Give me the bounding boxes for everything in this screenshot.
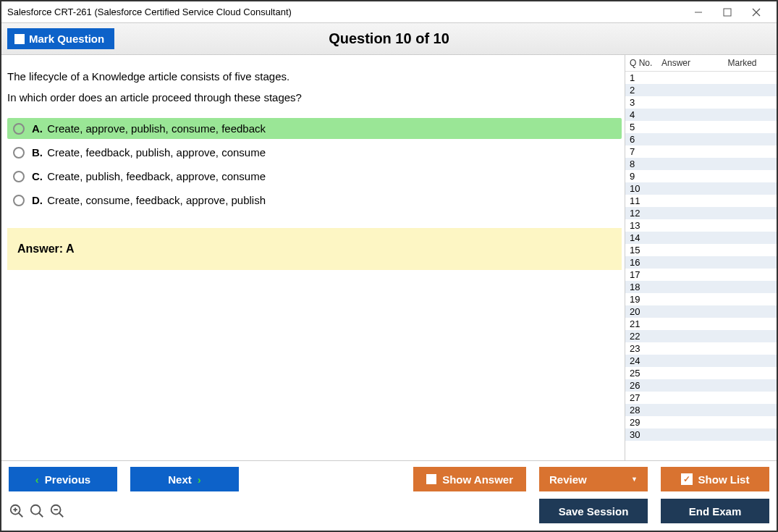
review-dropdown[interactable]: Review ▼ <box>539 467 648 491</box>
question-list-row[interactable]: 2 <box>625 84 777 96</box>
question-list-row[interactable]: 27 <box>625 392 777 404</box>
show-list-label: Show List <box>698 473 750 486</box>
mark-question-label: Mark Question <box>29 33 104 45</box>
show-list-button[interactable]: ✓ Show List <box>661 467 769 491</box>
question-list-panel: Q No. Answer Marked 12345678910111213141… <box>625 55 777 460</box>
qno-cell: 15 <box>630 245 661 256</box>
chevron-right-icon: › <box>198 473 201 486</box>
question-list-row[interactable]: 7 <box>625 145 777 158</box>
zoom-out-icon <box>49 503 65 519</box>
question-list-row[interactable]: 28 <box>625 404 777 416</box>
question-list-row[interactable]: 18 <box>625 281 777 293</box>
option-row-B[interactable]: B. Create, feedback, publish, approve, c… <box>7 142 622 163</box>
answer-label: Answer: A <box>17 242 75 255</box>
body: The lifecycle of a Knowledge article con… <box>1 55 777 460</box>
footer-row-1: ‹ Previous Next › Show Answer Review ▼ ✓… <box>9 467 769 491</box>
question-list-row[interactable]: 6 <box>625 133 777 145</box>
qno-cell: 7 <box>630 146 661 157</box>
end-exam-button[interactable]: End Exam <box>661 499 769 523</box>
question-list-row[interactable]: 29 <box>625 416 777 428</box>
qno-cell: 4 <box>630 109 661 120</box>
qno-cell: 3 <box>630 97 661 108</box>
question-list-row[interactable]: 22 <box>625 330 777 342</box>
save-session-button[interactable]: Save Session <box>539 499 648 523</box>
question-list-row[interactable]: 15 <box>625 244 777 256</box>
option-row-D[interactable]: D. Create, consume, feedback, approve, p… <box>7 190 622 211</box>
question-list-row[interactable]: 10 <box>625 182 777 195</box>
qno-cell: 24 <box>630 355 661 366</box>
question-list-row[interactable]: 19 <box>625 293 777 305</box>
question-list-row[interactable]: 3 <box>625 96 777 109</box>
checkbox-icon <box>14 34 25 44</box>
question-line-2: In which order does an article proceed t… <box>7 88 622 109</box>
question-list-row[interactable]: 26 <box>625 379 777 392</box>
zoom-reset-button[interactable] <box>29 503 45 519</box>
option-row-C[interactable]: C. Create, publish, feedback, approve, c… <box>7 166 622 187</box>
qno-cell: 16 <box>630 257 661 268</box>
question-list-row[interactable]: 1 <box>625 72 777 84</box>
close-button[interactable] <box>742 2 771 22</box>
question-list-row[interactable]: 25 <box>625 367 777 379</box>
question-list-row[interactable]: 13 <box>625 219 777 232</box>
qno-cell: 9 <box>630 171 661 182</box>
question-list-row[interactable]: 21 <box>625 318 777 330</box>
minimize-button[interactable] <box>684 2 713 22</box>
end-exam-label: End Exam <box>689 505 742 518</box>
question-list-row[interactable]: 23 <box>625 342 777 355</box>
radio-icon <box>13 195 25 206</box>
app-window: Salesforce CRT-261 (Salesforce Certified… <box>0 0 778 532</box>
col-qno: Q No. <box>630 58 661 68</box>
svg-rect-1 <box>724 9 731 16</box>
question-list-row[interactable]: 16 <box>625 256 777 269</box>
question-list-row[interactable]: 8 <box>625 158 777 170</box>
qno-cell: 6 <box>630 134 661 145</box>
close-icon <box>752 8 761 17</box>
question-list-row[interactable]: 17 <box>625 269 777 281</box>
col-marked: Marked <box>712 58 772 68</box>
question-list-row[interactable]: 30 <box>625 428 777 441</box>
next-button[interactable]: Next › <box>130 467 239 491</box>
header-bar: Mark Question Question 10 of 10 <box>1 23 777 55</box>
qno-cell: 13 <box>630 220 661 231</box>
maximize-icon <box>723 8 732 17</box>
qno-cell: 29 <box>630 417 661 428</box>
question-list-row[interactable]: 5 <box>625 121 777 133</box>
svg-line-9 <box>39 513 43 518</box>
qno-cell: 25 <box>630 368 661 379</box>
zoom-out-button[interactable] <box>49 503 65 519</box>
question-list-row[interactable]: 11 <box>625 195 777 207</box>
question-counter: Question 10 of 10 <box>329 30 449 47</box>
footer-row-2: Save Session End Exam <box>9 499 769 523</box>
question-list-row[interactable]: 12 <box>625 207 777 219</box>
qno-cell: 27 <box>630 392 661 403</box>
save-session-label: Save Session <box>559 505 629 518</box>
question-list-row[interactable]: 4 <box>625 109 777 121</box>
question-list-row[interactable]: 9 <box>625 170 777 182</box>
question-list-header: Q No. Answer Marked <box>625 55 777 72</box>
qno-cell: 20 <box>630 306 661 317</box>
option-text: B. Create, feedback, publish, approve, c… <box>32 146 266 159</box>
show-answer-label: Show Answer <box>442 473 513 486</box>
title-bar: Salesforce CRT-261 (Salesforce Certified… <box>1 1 777 23</box>
option-row-A[interactable]: A. Create, approve, publish, consume, fe… <box>7 118 622 139</box>
mark-question-button[interactable]: Mark Question <box>7 28 114 49</box>
question-list-row[interactable]: 24 <box>625 355 777 367</box>
previous-button[interactable]: ‹ Previous <box>9 467 117 491</box>
svg-point-8 <box>31 505 41 515</box>
qno-cell: 1 <box>630 72 661 83</box>
question-list-row[interactable]: 14 <box>625 232 777 244</box>
next-label: Next <box>168 473 192 486</box>
show-answer-button[interactable]: Show Answer <box>413 467 526 491</box>
answer-box: Answer: A <box>7 228 622 270</box>
footer: ‹ Previous Next › Show Answer Review ▼ ✓… <box>1 460 777 531</box>
question-panel: The lifecycle of a Knowledge article con… <box>1 55 625 460</box>
maximize-button[interactable] <box>713 2 742 22</box>
qno-cell: 17 <box>630 269 661 280</box>
question-text: The lifecycle of a Knowledge article con… <box>7 67 622 108</box>
question-list-row[interactable]: 20 <box>625 305 777 318</box>
zoom-in-button[interactable] <box>9 503 25 519</box>
qno-cell: 23 <box>630 343 661 354</box>
qno-cell: 21 <box>630 318 661 329</box>
option-letter: D. <box>32 194 43 206</box>
question-list[interactable]: 1234567891011121314151617181920212223242… <box>625 72 777 460</box>
